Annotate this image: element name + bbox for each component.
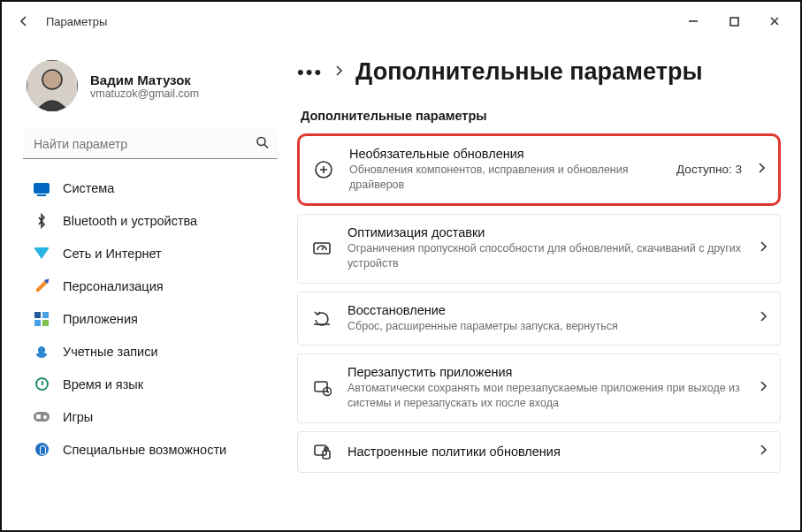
- chevron-right-icon: [760, 240, 768, 256]
- card-title: Перезапустить приложения: [348, 365, 745, 379]
- sidebar-item-label: Bluetooth и устройства: [63, 214, 197, 228]
- pen-icon: [34, 278, 50, 294]
- available-count: Доступно: 3: [676, 163, 742, 176]
- speedometer-icon: [310, 240, 333, 256]
- section-heading: Дополнительные параметры: [301, 109, 781, 123]
- card-desc: Ограничения пропускной способности для о…: [348, 241, 745, 271]
- breadcrumb-overflow[interactable]: •••: [297, 63, 323, 82]
- user-icon: [34, 344, 50, 360]
- svg-rect-5: [314, 243, 330, 254]
- sidebar-item-label: Время и язык: [63, 377, 143, 391]
- monitor-icon: [34, 180, 50, 196]
- sidebar: Вадим Матузок vmatuzok@gmail.com Система…: [2, 41, 286, 530]
- card-optional-updates[interactable]: Необязательные обновления Обновления ком…: [297, 133, 781, 206]
- plus-circle-icon: [312, 160, 335, 179]
- chevron-right-icon: [335, 65, 343, 80]
- chevron-right-icon: [760, 310, 768, 326]
- sidebar-item-network[interactable]: Сеть и Интернет: [21, 237, 278, 270]
- card-desc: Сброс, расширенные параметры запуска, ве…: [348, 319, 745, 334]
- card-title: Восстановление: [348, 303, 745, 317]
- sidebar-item-time-language[interactable]: Время и язык: [21, 368, 278, 400]
- svg-point-2: [42, 70, 62, 89]
- maximize-button[interactable]: [714, 6, 754, 36]
- sidebar-item-label: Игры: [63, 410, 93, 424]
- sidebar-item-gaming[interactable]: Игры: [21, 400, 278, 433]
- card-title: Настроенные политики обновления: [348, 445, 745, 459]
- user-name: Вадим Матузок: [90, 72, 199, 87]
- nav-list: Система Bluetooth и устройства Сеть и Ин…: [21, 171, 278, 466]
- sidebar-item-system[interactable]: Система: [21, 171, 278, 204]
- restart-apps-icon: [310, 379, 333, 397]
- svg-rect-6: [315, 382, 327, 391]
- card-update-policies[interactable]: Настроенные политики обновления: [297, 431, 781, 473]
- chevron-right-icon: [758, 162, 766, 178]
- apps-icon: [34, 311, 50, 327]
- sidebar-item-label: Учетные записи: [63, 345, 158, 359]
- search-box[interactable]: [23, 129, 278, 159]
- policy-icon: [310, 443, 333, 460]
- chevron-right-icon: [760, 380, 768, 396]
- window-title: Параметры: [46, 15, 107, 28]
- accessibility-icon: [34, 442, 50, 458]
- sidebar-item-personalization[interactable]: Персонализация: [21, 270, 278, 302]
- card-title: Оптимизация доставки: [348, 225, 745, 239]
- user-email: vmatuzok@gmail.com: [90, 87, 199, 100]
- page-title: Дополнительные параметры: [355, 58, 702, 86]
- chevron-right-icon: [760, 444, 768, 460]
- sidebar-item-label: Персонализация: [63, 279, 164, 293]
- minimize-button[interactable]: [673, 6, 714, 36]
- wifi-icon: [34, 246, 50, 262]
- svg-rect-0: [730, 18, 738, 26]
- search-input[interactable]: [23, 129, 278, 159]
- search-icon: [256, 136, 269, 153]
- card-title: Необязательные обновления: [349, 147, 662, 161]
- sidebar-item-label: Система: [63, 181, 114, 195]
- sidebar-item-label: Приложения: [63, 312, 138, 326]
- breadcrumb: ••• Дополнительные параметры: [297, 58, 781, 86]
- close-button[interactable]: [754, 6, 795, 36]
- card-delivery-optimization[interactable]: Оптимизация доставки Ограничения пропуск…: [297, 214, 781, 284]
- avatar: [27, 60, 78, 111]
- back-button[interactable]: [9, 6, 39, 36]
- sidebar-item-accounts[interactable]: Учетные записи: [21, 335, 278, 368]
- card-desc: Обновления компонентов, исправления и об…: [349, 163, 662, 193]
- bluetooth-icon: [34, 213, 50, 229]
- card-restart-apps[interactable]: Перезапустить приложения Автоматически с…: [297, 353, 781, 423]
- recovery-icon: [310, 309, 333, 327]
- profile-block[interactable]: Вадим Матузок vmatuzok@gmail.com: [27, 60, 278, 111]
- card-recovery[interactable]: Восстановление Сброс, расширенные параме…: [297, 292, 781, 346]
- sidebar-item-label: Сеть и Интернет: [63, 247, 162, 261]
- gamepad-icon: [34, 409, 50, 425]
- card-desc: Автоматически сохранять мои перезапускае…: [348, 381, 745, 411]
- sidebar-item-accessibility[interactable]: Специальные возможности: [21, 433, 278, 466]
- title-bar: Параметры: [2, 2, 800, 41]
- main-pane: ••• Дополнительные параметры Дополнитель…: [286, 41, 800, 530]
- svg-point-3: [257, 138, 265, 146]
- clock-icon: [34, 376, 50, 392]
- sidebar-item-label: Специальные возможности: [63, 443, 226, 457]
- sidebar-item-apps[interactable]: Приложения: [21, 302, 278, 335]
- sidebar-item-bluetooth[interactable]: Bluetooth и устройства: [21, 204, 278, 237]
